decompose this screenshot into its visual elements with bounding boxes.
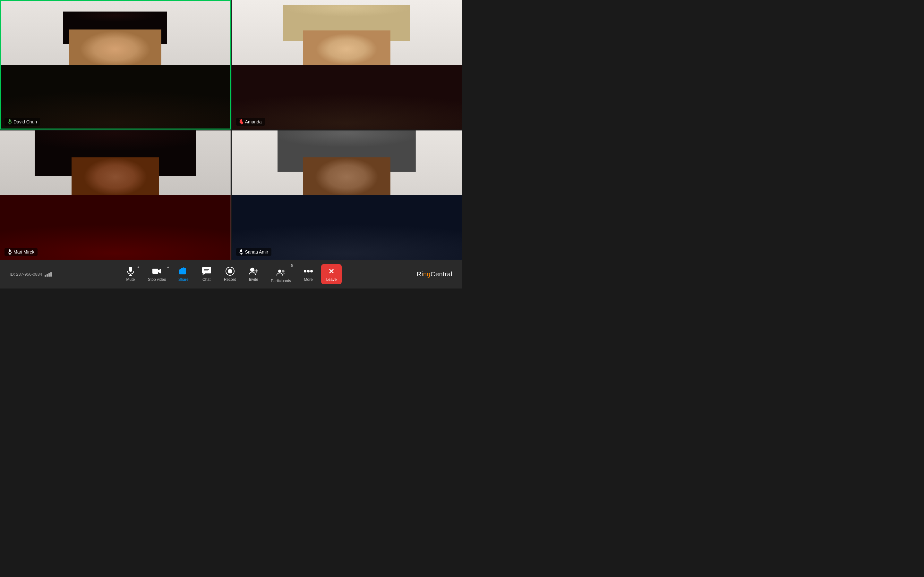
meeting-id: ID: 237-956-0884 [10,272,42,277]
ringcentral-logo: RingCentral [417,271,452,278]
svg-point-29 [307,270,310,272]
invite-button[interactable]: Invite [243,264,264,284]
participant-name-david: David Chun [13,119,37,124]
svg-point-23 [250,268,254,271]
mic-icon-sanaa [239,250,243,255]
mic-icon-david [8,119,11,124]
toolbar: ID: 237-956-0884 ▲ Mute ▲ [0,259,462,288]
video-cell-mari: Mari Mirek [0,131,231,260]
signal-bar-4 [50,272,52,277]
share-label: Share [178,277,189,282]
name-tag-sanaa: Sanaa Amir [236,248,271,256]
participant-video-sanaa [232,131,462,260]
participant-video-david [0,0,231,129]
video-grid: David Chun Amanda [0,0,462,259]
signal-bar-3 [48,273,50,277]
mute-icon [126,267,135,276]
leave-label: Leave [326,277,337,282]
invite-label: Invite [249,277,258,282]
svg-point-26 [278,269,281,272]
leave-button[interactable]: Leave [321,264,342,284]
mute-caret[interactable]: ▲ [137,266,140,268]
participants-button[interactable]: 5 Participants [266,263,296,285]
toolbar-left: ID: 237-956-0884 [10,271,61,277]
record-label: Record [224,277,236,282]
svg-rect-0 [9,119,11,122]
video-cell-david: David Chun [0,0,231,129]
stop-video-label: Stop video [148,277,166,282]
toolbar-center: ▲ Mute ▲ Stop video [120,263,342,285]
stop-video-button[interactable]: ▲ Stop video [144,264,171,284]
record-icon [226,267,234,276]
svg-point-22 [228,269,232,274]
svg-point-30 [310,270,313,272]
name-tag-mari: Mari Mirek [5,248,37,256]
name-tag-amanda: Amanda [236,118,265,126]
svg-point-27 [282,269,284,272]
more-button[interactable]: More [298,264,318,284]
chat-label: Chat [202,277,210,282]
mic-icon-mari [8,250,11,255]
record-button[interactable]: Record [220,264,241,284]
mute-label: Mute [126,277,135,282]
signal-bar-2 [47,274,48,277]
leave-icon [327,267,336,276]
invite-icon [249,267,258,276]
svg-rect-7 [9,250,11,252]
svg-rect-13 [129,267,132,272]
signal-bars [45,271,52,277]
participants-icon [276,268,286,277]
participant-video-amanda [232,0,462,129]
share-icon [179,267,188,276]
logo-accent: ng [423,271,431,277]
video-cell-sanaa: Sanaa Amir [232,131,462,260]
participants-label: Participants [271,279,291,283]
participants-badge: 5 [291,263,293,268]
svg-point-28 [304,270,306,272]
name-tag-david: David Chun [5,118,40,126]
signal-bar-1 [45,275,46,277]
svg-rect-16 [152,269,158,274]
video-caret[interactable]: ▲ [167,266,170,268]
more-icon [304,267,313,276]
toolbar-right: RingCentral [401,271,452,278]
participant-video-mari [0,131,231,260]
mic-icon-amanda [239,119,243,124]
chat-icon [202,267,211,276]
participant-name-mari: Mari Mirek [13,250,34,255]
participant-name-sanaa: Sanaa Amir [245,250,268,255]
stop-video-icon [152,267,162,276]
participant-name-amanda: Amanda [245,119,262,124]
chat-button[interactable]: Chat [196,264,217,284]
mute-button[interactable]: ▲ Mute [120,264,141,284]
more-label: More [304,277,312,282]
svg-rect-10 [240,250,242,252]
video-cell-amanda: Amanda [232,0,462,129]
svg-rect-18 [202,267,211,274]
share-button[interactable]: Share [173,264,194,284]
